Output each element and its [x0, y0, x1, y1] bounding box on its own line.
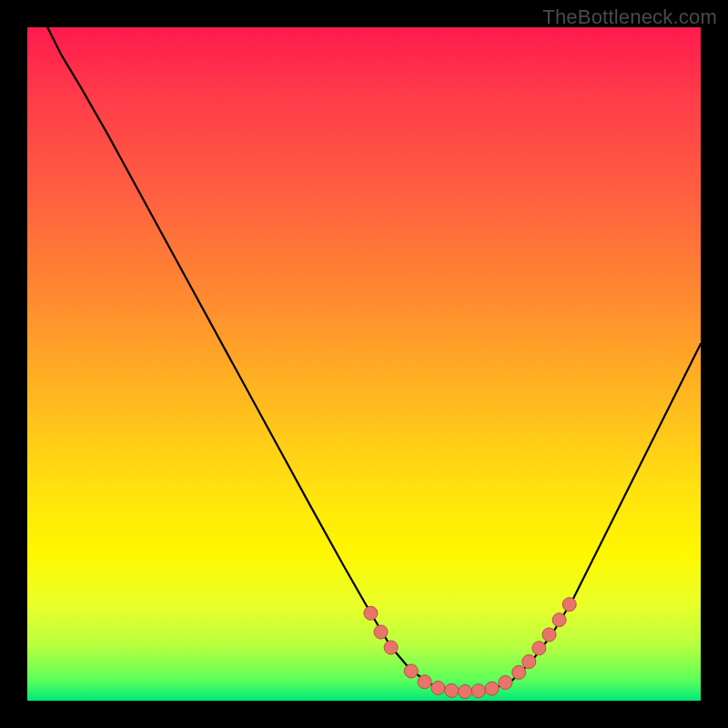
highlight-dot — [562, 598, 576, 612]
highlight-dot — [374, 625, 388, 639]
highlight-dot — [499, 676, 512, 690]
chart-frame: TheBottleneck.com — [0, 0, 728, 728]
highlight-dot — [445, 683, 459, 697]
highlight-dot — [404, 664, 418, 678]
highlight-dot — [459, 685, 472, 699]
bottleneck-curve — [47, 27, 701, 692]
highlight-dot — [431, 681, 445, 694]
highlight-dot — [384, 641, 398, 654]
highlight-dot — [471, 684, 485, 698]
highlight-dot — [532, 642, 546, 655]
highlight-dot — [418, 675, 431, 689]
highlight-dot — [542, 628, 556, 642]
highlight-dot — [364, 606, 378, 620]
highlight-dots-group — [364, 598, 576, 699]
highlight-dot — [552, 613, 566, 627]
curve-svg — [27, 27, 701, 701]
highlight-dot — [485, 682, 499, 695]
highlight-dot — [512, 665, 526, 679]
plot-area — [27, 27, 701, 701]
highlight-dot — [522, 655, 536, 669]
watermark-text: TheBottleneck.com — [542, 5, 717, 29]
